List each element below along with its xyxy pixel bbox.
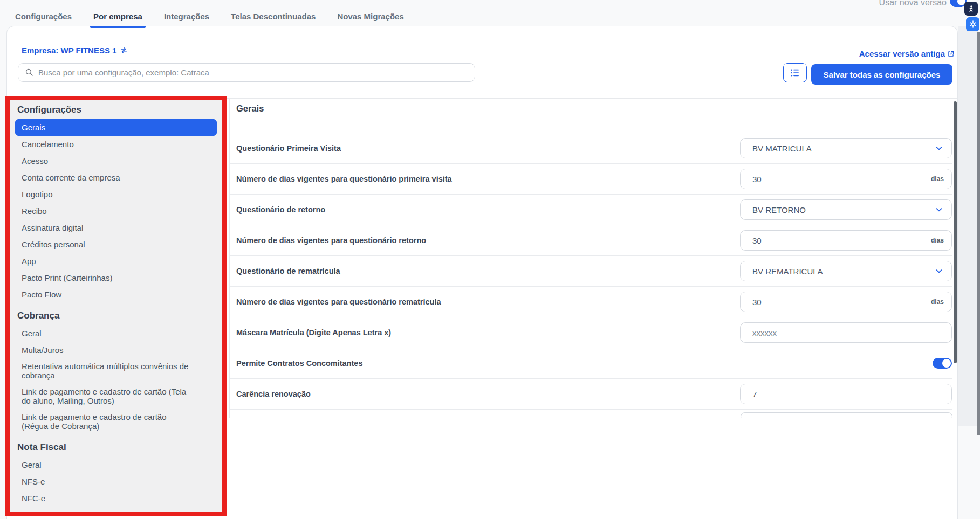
sidebar-item-gerais[interactable]: Gerais [15,119,217,136]
setting-input[interactable] [752,328,944,337]
setting-toggle[interactable] [933,358,952,369]
toggle-knob [942,359,951,368]
setting-input[interactable] [752,236,927,245]
chevron-down-icon [934,205,944,214]
sidebar-item-nfc-e[interactable]: NFC-e [10,490,204,507]
setting-input-field [740,322,952,343]
access-old-version-link[interactable]: Acessar versão antiga [859,49,955,58]
setting-label: Número de dias vigentes para questionári… [236,236,426,245]
use-new-version-label: Usar nova versão [879,0,947,8]
setting-row: Número de dias vigentes para questionári… [230,287,952,317]
setting-select[interactable]: BV RETORNO [740,199,952,220]
sidebar-item-multa-juros[interactable]: Multa/Juros [10,342,204,358]
setting-row: Questionário de rematrículaBV REMATRICUL… [230,256,952,287]
content-section-title: Gerais [236,103,952,133]
top-tab-bar: ConfiguraçõesPor empresaIntegraçõesTelas… [12,9,407,28]
input-suffix: dias [931,237,944,244]
list-icon [790,68,800,78]
chat-extension-icon[interactable] [966,17,979,31]
swirl-logo-icon [968,19,978,29]
setting-input-field: dias [740,230,952,251]
sidebar-item-pacto-flow[interactable]: Pacto Flow [10,286,204,303]
setting-input-field: dias [740,292,952,312]
sidebar-item-geral[interactable]: Geral [10,325,204,342]
setting-input-field: dias [740,169,952,189]
swap-company-icon [120,46,128,54]
sidebar-item-conta-corrente-da-empresa[interactable]: Conta corrente da empresa [10,169,204,186]
setting-row: Número de dias vigentes para questionári… [230,164,952,195]
search-icon [25,68,34,77]
chevron-down-icon [934,143,944,153]
window-scrollbar[interactable] [977,32,980,435]
sidebar-item-geral[interactable]: Geral [10,456,204,473]
list-view-button[interactable] [783,63,807,82]
company-label: Empresa: WP FITNESS 1 [22,46,116,55]
sidebar-item-cr-ditos-personal[interactable]: Créditos personal [10,236,204,253]
setting-row: Questionário Primeira VisitaBV MATRICULA [230,133,952,164]
settings-content: Gerais Questionário Primeira VisitaBV MA… [229,99,952,418]
setting-row: Permite Contratos Concomitantes [230,348,952,379]
setting-label: Permite Contratos Concomitantes [236,359,362,368]
sidebar-section-title: Cobrança [17,310,222,321]
chevron-down-icon [934,266,944,276]
page-gutter [958,26,978,426]
tab-por-empresa[interactable]: Por empresa [90,9,146,28]
setting-row: Questionário de retornoBV RETORNO [230,195,952,225]
sidebar-section-title: Configurações [17,105,222,115]
select-value: BV REMATRICULA [752,267,823,276]
tab-configurações[interactable]: Configurações [12,9,75,28]
select-value: BV RETORNO [752,205,806,214]
sidebar-item-link-de-pagamento-e-cadastro-de-cart-o-tela-do-aluno-mailing-outros[interactable]: Link de pagamento e cadastro de cartão (… [10,384,200,409]
sidebar-item-assinatura-digital[interactable]: Assinatura digital [10,219,204,236]
old-version-label: Acessar versão antiga [859,49,945,58]
sidebar-item-app[interactable]: App [10,253,204,269]
tab-novas-migrações[interactable]: Novas Migrações [334,9,407,28]
setting-label: Máscara Matrícula (Digite Apenas Letra x… [236,328,391,337]
sidebar-item-acesso[interactable]: Acesso [10,153,204,169]
tab-integrações[interactable]: Integrações [161,9,213,28]
sidebar-item-nfs-e[interactable]: NFS-e [10,473,204,490]
setting-label: Número de dias vigentes para questionári… [236,297,441,306]
sidebar-section-title: Nota Fiscal [17,442,222,453]
search-input[interactable] [38,68,468,77]
external-link-icon [947,50,955,58]
sidebar-item-logotipo[interactable]: Logotipo [10,186,204,203]
save-all-settings-button[interactable]: Salvar todas as configurações [811,64,952,85]
setting-input[interactable] [752,297,927,307]
setting-label: Número de dias vigentes para questionári… [236,175,452,183]
settings-sidebar-highlighted: ConfiguraçõesGeraisCancelamentoAcessoCon… [5,96,227,516]
tab-telas-descontinuadas[interactable]: Telas Descontinuadas [228,9,319,28]
person-icon [967,4,976,13]
setting-row: Número de dias vigentes para questionári… [230,225,952,256]
setting-input[interactable] [752,175,927,184]
sidebar-item-pacto-print-carteirinhas[interactable]: Pacto Print (Carteirinhas) [10,269,204,286]
setting-row: Carência renovação [230,379,952,410]
app-root: ConfiguraçõesPor empresaIntegraçõesTelas… [0,0,980,519]
input-suffix: dias [931,298,944,306]
setting-row: Máscara Matrícula (Digite Apenas Letra x… [230,317,952,348]
setting-label: Questionário de retorno [236,205,325,214]
setting-input-field [740,384,952,404]
sidebar-item-retentativa-autom-tica-m-ltiplos-conv-nios-de-cobran-a[interactable]: Retentativa automática múltiplos convêni… [10,358,200,384]
content-scrollbar-thumb[interactable] [954,101,957,363]
setting-label: Questionário Primeira Visita [236,144,341,153]
select-value: BV MATRICULA [752,144,812,153]
setting-label: Carência renovação [236,390,311,398]
settings-search [18,63,475,82]
next-field-partial [741,412,952,418]
input-suffix: dias [931,175,944,183]
setting-label: Questionário de rematrícula [236,267,340,275]
sidebar-item-link-de-pagamento-e-cadastro-de-cart-o-r-gua-de-cobran-a[interactable]: Link de pagamento e cadastro de cartão (… [10,409,200,434]
sidebar-item-recibo[interactable]: Recibo [10,203,204,219]
accessibility-extension-icon[interactable] [964,2,978,16]
setting-input[interactable] [752,390,944,399]
setting-select[interactable]: BV REMATRICULA [740,261,952,281]
sidebar-item-cancelamento[interactable]: Cancelamento [10,136,204,153]
company-selector-link[interactable]: Empresa: WP FITNESS 1 [22,46,128,55]
setting-select[interactable]: BV MATRICULA [740,138,952,158]
